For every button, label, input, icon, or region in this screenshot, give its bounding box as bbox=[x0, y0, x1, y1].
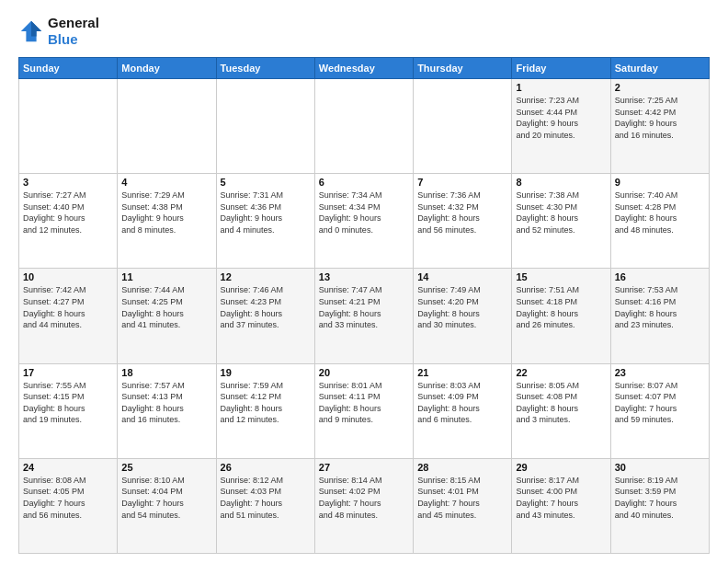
weekday-header-monday: Monday bbox=[118, 58, 216, 79]
calendar-cell: 12Sunrise: 7:46 AM Sunset: 4:23 PM Dayli… bbox=[216, 269, 314, 363]
day-number: 11 bbox=[121, 271, 211, 282]
calendar-cell: 17Sunrise: 7:55 AM Sunset: 4:15 PM Dayli… bbox=[19, 363, 118, 458]
calendar-week-1: 1Sunrise: 7:23 AM Sunset: 4:44 PM Daylig… bbox=[19, 79, 710, 174]
calendar-cell: 6Sunrise: 7:34 AM Sunset: 4:34 PM Daylig… bbox=[314, 174, 413, 269]
day-info: Sunrise: 8:08 AM Sunset: 4:05 PM Dayligh… bbox=[23, 475, 113, 521]
day-info: Sunrise: 8:12 AM Sunset: 4:03 PM Dayligh… bbox=[221, 475, 311, 521]
calendar-week-2: 3Sunrise: 7:27 AM Sunset: 4:40 PM Daylig… bbox=[19, 174, 710, 269]
day-number: 6 bbox=[319, 177, 409, 188]
weekday-header-thursday: Thursday bbox=[414, 58, 512, 79]
day-info: Sunrise: 7:34 AM Sunset: 4:34 PM Dayligh… bbox=[319, 190, 409, 236]
calendar-cell: 15Sunrise: 7:51 AM Sunset: 4:18 PM Dayli… bbox=[512, 269, 610, 363]
calendar-cell: 5Sunrise: 7:31 AM Sunset: 4:36 PM Daylig… bbox=[216, 174, 314, 269]
day-info: Sunrise: 7:53 AM Sunset: 4:16 PM Dayligh… bbox=[615, 284, 705, 330]
header: General Blue bbox=[18, 15, 710, 48]
calendar-cell: 13Sunrise: 7:47 AM Sunset: 4:21 PM Dayli… bbox=[314, 269, 413, 363]
day-info: Sunrise: 7:29 AM Sunset: 4:38 PM Dayligh… bbox=[121, 190, 211, 236]
day-number: 25 bbox=[121, 462, 211, 473]
calendar-cell: 20Sunrise: 8:01 AM Sunset: 4:11 PM Dayli… bbox=[314, 363, 413, 458]
day-number: 18 bbox=[121, 367, 211, 378]
calendar-week-5: 24Sunrise: 8:08 AM Sunset: 4:05 PM Dayli… bbox=[19, 458, 710, 553]
day-info: Sunrise: 7:59 AM Sunset: 4:12 PM Dayligh… bbox=[221, 380, 311, 426]
day-number: 24 bbox=[23, 462, 113, 473]
day-number: 28 bbox=[417, 462, 507, 473]
day-number: 1 bbox=[516, 82, 606, 93]
calendar-cell: 11Sunrise: 7:44 AM Sunset: 4:25 PM Dayli… bbox=[118, 269, 216, 363]
day-info: Sunrise: 8:05 AM Sunset: 4:08 PM Dayligh… bbox=[516, 380, 606, 426]
calendar-cell: 23Sunrise: 8:07 AM Sunset: 4:07 PM Dayli… bbox=[610, 363, 709, 458]
calendar-cell: 27Sunrise: 8:14 AM Sunset: 4:02 PM Dayli… bbox=[314, 458, 413, 553]
weekday-header-saturday: Saturday bbox=[610, 58, 709, 79]
calendar-cell: 14Sunrise: 7:49 AM Sunset: 4:20 PM Dayli… bbox=[414, 269, 512, 363]
day-number: 15 bbox=[516, 271, 606, 282]
calendar-cell: 29Sunrise: 8:17 AM Sunset: 4:00 PM Dayli… bbox=[512, 458, 610, 553]
day-number: 16 bbox=[615, 271, 705, 282]
calendar-cell bbox=[118, 79, 216, 174]
day-info: Sunrise: 7:27 AM Sunset: 4:40 PM Dayligh… bbox=[23, 190, 113, 236]
day-number: 12 bbox=[221, 271, 311, 282]
day-number: 7 bbox=[417, 177, 507, 188]
calendar-week-3: 10Sunrise: 7:42 AM Sunset: 4:27 PM Dayli… bbox=[19, 269, 710, 363]
calendar-cell bbox=[414, 79, 512, 174]
calendar-cell: 24Sunrise: 8:08 AM Sunset: 4:05 PM Dayli… bbox=[19, 458, 118, 553]
calendar-cell: 2Sunrise: 7:25 AM Sunset: 4:42 PM Daylig… bbox=[610, 79, 709, 174]
day-info: Sunrise: 8:10 AM Sunset: 4:04 PM Dayligh… bbox=[121, 475, 211, 521]
calendar-cell: 19Sunrise: 7:59 AM Sunset: 4:12 PM Dayli… bbox=[216, 363, 314, 458]
day-number: 26 bbox=[221, 462, 311, 473]
day-info: Sunrise: 7:55 AM Sunset: 4:15 PM Dayligh… bbox=[23, 380, 113, 426]
day-number: 10 bbox=[23, 271, 113, 282]
weekday-header-wednesday: Wednesday bbox=[314, 58, 413, 79]
svg-marker-1 bbox=[31, 21, 41, 37]
day-info: Sunrise: 7:23 AM Sunset: 4:44 PM Dayligh… bbox=[516, 95, 606, 141]
calendar-week-4: 17Sunrise: 7:55 AM Sunset: 4:15 PM Dayli… bbox=[19, 363, 710, 458]
calendar-cell: 22Sunrise: 8:05 AM Sunset: 4:08 PM Dayli… bbox=[512, 363, 610, 458]
day-info: Sunrise: 7:42 AM Sunset: 4:27 PM Dayligh… bbox=[23, 284, 113, 330]
day-info: Sunrise: 7:36 AM Sunset: 4:32 PM Dayligh… bbox=[417, 190, 507, 236]
day-info: Sunrise: 7:51 AM Sunset: 4:18 PM Dayligh… bbox=[516, 284, 606, 330]
day-number: 4 bbox=[121, 177, 211, 188]
day-number: 29 bbox=[516, 462, 606, 473]
day-number: 13 bbox=[319, 271, 409, 282]
day-number: 17 bbox=[23, 367, 113, 378]
day-number: 20 bbox=[319, 367, 409, 378]
day-number: 30 bbox=[615, 462, 705, 473]
calendar-cell: 25Sunrise: 8:10 AM Sunset: 4:04 PM Dayli… bbox=[118, 458, 216, 553]
calendar-cell: 1Sunrise: 7:23 AM Sunset: 4:44 PM Daylig… bbox=[512, 79, 610, 174]
day-number: 27 bbox=[319, 462, 409, 473]
calendar-cell: 10Sunrise: 7:42 AM Sunset: 4:27 PM Dayli… bbox=[19, 269, 118, 363]
day-info: Sunrise: 7:49 AM Sunset: 4:20 PM Dayligh… bbox=[417, 284, 507, 330]
calendar-cell: 9Sunrise: 7:40 AM Sunset: 4:28 PM Daylig… bbox=[610, 174, 709, 269]
calendar-cell: 4Sunrise: 7:29 AM Sunset: 4:38 PM Daylig… bbox=[118, 174, 216, 269]
day-info: Sunrise: 7:40 AM Sunset: 4:28 PM Dayligh… bbox=[615, 190, 705, 236]
calendar-cell bbox=[314, 79, 413, 174]
calendar-cell: 8Sunrise: 7:38 AM Sunset: 4:30 PM Daylig… bbox=[512, 174, 610, 269]
calendar-header-row: SundayMondayTuesdayWednesdayThursdayFrid… bbox=[19, 58, 710, 79]
weekday-header-friday: Friday bbox=[512, 58, 610, 79]
calendar-cell: 18Sunrise: 7:57 AM Sunset: 4:13 PM Dayli… bbox=[118, 363, 216, 458]
day-number: 8 bbox=[516, 177, 606, 188]
day-info: Sunrise: 7:25 AM Sunset: 4:42 PM Dayligh… bbox=[615, 95, 705, 141]
calendar-cell: 28Sunrise: 8:15 AM Sunset: 4:01 PM Dayli… bbox=[414, 458, 512, 553]
logo: General Blue bbox=[18, 15, 99, 48]
page: General Blue SundayMondayTuesdayWednesda… bbox=[0, 0, 728, 563]
weekday-header-sunday: Sunday bbox=[19, 58, 118, 79]
calendar-cell: 26Sunrise: 8:12 AM Sunset: 4:03 PM Dayli… bbox=[216, 458, 314, 553]
day-info: Sunrise: 7:38 AM Sunset: 4:30 PM Dayligh… bbox=[516, 190, 606, 236]
day-info: Sunrise: 7:31 AM Sunset: 4:36 PM Dayligh… bbox=[221, 190, 311, 236]
calendar-cell: 3Sunrise: 7:27 AM Sunset: 4:40 PM Daylig… bbox=[19, 174, 118, 269]
day-info: Sunrise: 7:46 AM Sunset: 4:23 PM Dayligh… bbox=[221, 284, 311, 330]
day-info: Sunrise: 7:47 AM Sunset: 4:21 PM Dayligh… bbox=[319, 284, 409, 330]
calendar-table: SundayMondayTuesdayWednesdayThursdayFrid… bbox=[18, 57, 710, 554]
day-info: Sunrise: 8:01 AM Sunset: 4:11 PM Dayligh… bbox=[319, 380, 409, 426]
day-info: Sunrise: 8:14 AM Sunset: 4:02 PM Dayligh… bbox=[319, 475, 409, 521]
logo-text: General Blue bbox=[48, 15, 99, 48]
day-number: 22 bbox=[516, 367, 606, 378]
calendar-cell: 7Sunrise: 7:36 AM Sunset: 4:32 PM Daylig… bbox=[414, 174, 512, 269]
calendar-cell: 21Sunrise: 8:03 AM Sunset: 4:09 PM Dayli… bbox=[414, 363, 512, 458]
calendar-cell: 30Sunrise: 8:19 AM Sunset: 3:59 PM Dayli… bbox=[610, 458, 709, 553]
day-info: Sunrise: 8:19 AM Sunset: 3:59 PM Dayligh… bbox=[615, 475, 705, 521]
day-number: 21 bbox=[417, 367, 507, 378]
day-info: Sunrise: 7:44 AM Sunset: 4:25 PM Dayligh… bbox=[121, 284, 211, 330]
day-number: 5 bbox=[221, 177, 311, 188]
day-number: 23 bbox=[615, 367, 705, 378]
